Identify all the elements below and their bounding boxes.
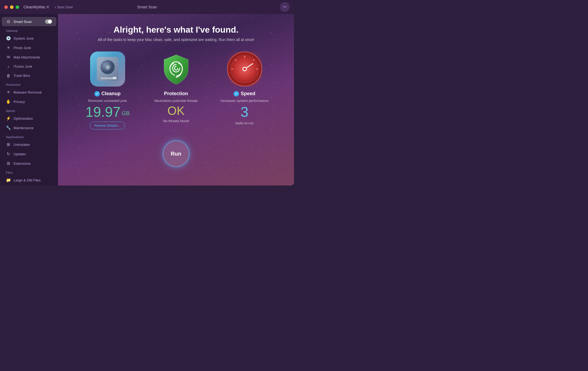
sidebar-item-label: Malware Removal xyxy=(13,90,42,94)
protection-title-row: Protection xyxy=(164,91,188,97)
chevron-left-icon: ‹ xyxy=(54,5,56,9)
sidebar-item-large-old-files[interactable]: 📁 Large & Old Files xyxy=(2,176,56,185)
sidebar-item-label: Maintenance xyxy=(13,126,33,130)
extensions-icon: ⊞ xyxy=(6,161,11,166)
trash-icon: 🗑 xyxy=(6,73,11,78)
section-files: Files xyxy=(0,168,58,175)
close-button[interactable] xyxy=(4,5,8,9)
svg-point-14 xyxy=(235,60,236,61)
sidebar-item-optimization[interactable]: ⚡ Optimization xyxy=(2,114,56,123)
speed-value: 3 xyxy=(241,105,248,119)
svg-point-20 xyxy=(243,68,246,70)
cleanup-value-wrap: 19.97 GB xyxy=(86,105,130,119)
sidebar-item-trash-bins[interactable]: 🗑 Trash Bins xyxy=(2,71,56,80)
sidebar-item-updater[interactable]: ↻ Updater xyxy=(2,149,56,159)
sidebar-item-label: System Junk xyxy=(13,36,33,40)
sidebar-item-label: Large & Old Files xyxy=(13,178,40,182)
protection-icon xyxy=(159,51,194,87)
sidebar-item-shredder[interactable]: ⊟ Shredder xyxy=(2,185,56,186)
window-title: Smart Scan xyxy=(137,5,157,9)
malware-icon: ✳ xyxy=(6,90,11,95)
fullscreen-button[interactable] xyxy=(16,5,19,9)
photo-junk-icon: ✳ xyxy=(6,45,11,50)
sidebar-item-itunes-junk[interactable]: ♪ iTunes Junk xyxy=(2,62,56,71)
speed-card: ✓ Speed Increases system performance 3 t… xyxy=(214,51,276,125)
svg-point-15 xyxy=(232,68,233,70)
speed-gauge xyxy=(227,51,262,87)
titlebar: CleanMyMac X ‹ Start Over Smart Scan •• xyxy=(0,0,294,14)
svg-point-13 xyxy=(244,56,245,58)
protection-name: Protection xyxy=(164,91,188,97)
cleanup-unit: GB xyxy=(122,110,129,116)
system-junk-icon: 💿 xyxy=(6,36,11,41)
section-speed: Speed xyxy=(0,107,58,114)
main-content: Alright, here's what I've found. All of … xyxy=(58,14,294,186)
sidebar-item-smart-scan[interactable]: ⊙ Smart Scan xyxy=(2,17,56,26)
back-button[interactable]: ‹ Start Over xyxy=(54,5,73,9)
protection-subtext: No threats found xyxy=(163,119,189,123)
main-layout: ⊙ Smart Scan Cleanup 💿 System Junk ✳ Pho… xyxy=(0,14,294,186)
privacy-icon: ✋ xyxy=(6,99,11,104)
speed-check-icon: ✓ xyxy=(234,91,239,97)
sidebar-item-mail-attachments[interactable]: ✉ Mail Attachments xyxy=(2,53,56,62)
section-protection: Protection xyxy=(0,80,58,87)
run-button-wrap: Run xyxy=(163,140,190,167)
run-button[interactable]: Run xyxy=(163,140,190,167)
sidebar-item-photo-junk[interactable]: ✳ Photo Junk xyxy=(2,43,56,52)
traffic-lights xyxy=(4,5,19,9)
speed-name: Speed xyxy=(241,91,255,97)
updater-icon: ↻ xyxy=(6,152,11,156)
sidebar-item-label: Mail Attachments xyxy=(13,55,40,59)
protection-card: Protection Neutralizes potential threats… xyxy=(145,51,207,123)
sidebar-item-label: Optimization xyxy=(13,116,33,121)
protection-desc: Neutralizes potential threats xyxy=(154,99,198,103)
cleanup-icon xyxy=(90,51,125,87)
hdd-svg xyxy=(93,54,122,84)
speed-subtext: tasks to run xyxy=(235,121,254,125)
avatar-button[interactable]: •• xyxy=(280,2,290,12)
sidebar-item-maintenance[interactable]: 🔧 Maintenance xyxy=(2,123,56,132)
sidebar-item-extensions[interactable]: ⊞ Extensions xyxy=(2,159,56,168)
cleanup-desc: Removes unneeded junk xyxy=(88,99,127,103)
mail-icon: ✉ xyxy=(6,55,11,60)
cleanup-card: ✓ Cleanup Removes unneeded junk 19.97 GB… xyxy=(77,51,139,129)
gauge-svg xyxy=(227,51,262,87)
smart-scan-toggle[interactable] xyxy=(45,19,52,24)
cards-row: ✓ Cleanup Removes unneeded junk 19.97 GB… xyxy=(77,51,276,129)
app-title: CleanMyMac X xyxy=(23,5,49,9)
shield-svg xyxy=(159,51,194,87)
sidebar-item-privacy[interactable]: ✋ Privacy xyxy=(2,97,56,106)
sidebar-item-uninstaller[interactable]: ⊠ Uninstaller xyxy=(2,140,56,149)
avatar-icon: •• xyxy=(283,4,287,10)
sidebar-item-label: Extensions xyxy=(13,162,31,166)
headline: Alright, here's what I've found. xyxy=(114,25,238,35)
sidebar-item-label: iTunes Junk xyxy=(13,64,32,68)
speed-desc: Increases system performance xyxy=(221,99,269,103)
speed-icon xyxy=(227,51,262,87)
sidebar: ⊙ Smart Scan Cleanup 💿 System Junk ✳ Pho… xyxy=(0,14,58,186)
minimize-button[interactable] xyxy=(10,5,13,9)
review-details-button[interactable]: Review Details... xyxy=(90,122,125,129)
sidebar-item-label: Smart Scan xyxy=(13,20,32,24)
sidebar-item-system-junk[interactable]: 💿 System Junk xyxy=(2,34,56,43)
section-applications: Applications xyxy=(0,133,58,140)
cleanup-name: Cleanup xyxy=(101,91,121,97)
svg-point-16 xyxy=(253,60,254,61)
protection-value: OK xyxy=(167,105,185,117)
svg-rect-5 xyxy=(113,77,117,79)
sidebar-item-label: Updater xyxy=(13,152,26,156)
section-cleanup: Cleanup xyxy=(0,26,58,33)
maintenance-icon: 🔧 xyxy=(6,125,11,130)
cleanup-title-row: ✓ Cleanup xyxy=(94,91,121,97)
cleanup-check-icon: ✓ xyxy=(94,91,100,97)
svg-point-17 xyxy=(256,68,257,70)
speed-title-row: ✓ Speed xyxy=(234,91,255,97)
sidebar-item-malware-removal[interactable]: ✳ Malware Removal xyxy=(2,88,56,97)
svg-point-3 xyxy=(107,66,109,68)
svg-rect-4 xyxy=(100,77,115,79)
uninstaller-icon: ⊠ xyxy=(6,142,11,147)
large-files-icon: 📁 xyxy=(6,178,11,183)
smart-scan-icon: ⊙ xyxy=(6,19,11,24)
subline: All of the tasks to keep your Mac clean,… xyxy=(98,37,254,42)
optimization-icon: ⚡ xyxy=(6,116,11,121)
